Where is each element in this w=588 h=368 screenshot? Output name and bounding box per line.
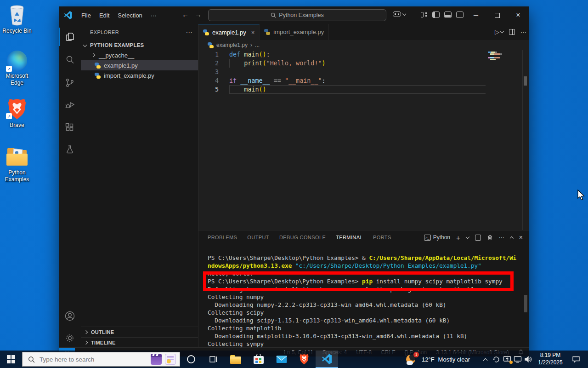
tab-example1[interactable]: example1.py × bbox=[198, 24, 260, 40]
timeline-section[interactable]: TIMELINE bbox=[81, 337, 198, 347]
terminal-lines[interactable]: PS C:\Users\Sharpe\Desktop\Python Exampl… bbox=[208, 254, 525, 348]
brave-taskbar-icon[interactable] bbox=[298, 353, 311, 366]
panel-more-actions[interactable]: ··· bbox=[499, 234, 504, 241]
file-explorer-icon[interactable] bbox=[229, 353, 242, 366]
new-terminal-button[interactable]: + bbox=[456, 234, 460, 242]
toggle-panel-button[interactable] bbox=[444, 12, 452, 18]
chevron-down-icon bbox=[500, 29, 504, 33]
panel-tab-debug-console[interactable]: DEBUG CONSOLE bbox=[279, 235, 326, 240]
explorer-sidebar: EXPLORER ··· PYTHON EXAMPLES __pycache__… bbox=[81, 24, 198, 347]
menu-more[interactable]: ··· bbox=[147, 12, 161, 19]
tree-item-example1[interactable]: example1.py bbox=[81, 60, 198, 70]
taskbar: 1 12°F Mostly clear 8:19 PM 1/22/2025 bbox=[0, 351, 588, 368]
terminal-line: Collecting sympy bbox=[208, 340, 525, 348]
chevron-right-icon bbox=[84, 330, 88, 334]
activity-bar bbox=[59, 24, 81, 347]
desktop-icon-brave[interactable]: ↗ Brave bbox=[0, 98, 34, 129]
terminal-line: Collecting numpy bbox=[208, 293, 525, 301]
highlight-rectangle bbox=[203, 271, 514, 291]
source-control-activity-icon[interactable] bbox=[59, 74, 81, 92]
code-line: 4if __name__ == "__main__": bbox=[198, 76, 522, 85]
maximize-panel-icon[interactable] bbox=[510, 236, 514, 240]
task-view-icon[interactable] bbox=[207, 353, 220, 366]
tree-item-import-example[interactable]: import_example.py bbox=[81, 70, 198, 80]
search-activity-icon[interactable] bbox=[59, 51, 81, 69]
taskbar-search[interactable] bbox=[22, 352, 180, 367]
split-editor-icon[interactable] bbox=[509, 29, 515, 35]
microsoft-store-icon[interactable] bbox=[252, 353, 265, 366]
command-center-search[interactable]: Python Examples bbox=[208, 9, 386, 21]
testing-activity-icon[interactable] bbox=[59, 140, 81, 159]
vscode-logo-icon bbox=[63, 11, 73, 20]
settings-gear-icon[interactable] bbox=[59, 329, 81, 347]
volume-icon[interactable] bbox=[522, 353, 535, 366]
start-button[interactable] bbox=[5, 353, 17, 366]
explorer-activity-icon[interactable] bbox=[59, 28, 81, 46]
mouse-cursor bbox=[577, 190, 585, 201]
action-center-icon[interactable] bbox=[570, 353, 582, 366]
terminal-shell-selector[interactable]: >_ Python bbox=[424, 234, 450, 241]
editor-tab-bar: example1.py × import_example.py ▷ ··· bbox=[198, 24, 529, 40]
minimize-button[interactable]: ─ bbox=[465, 6, 486, 24]
menu-edit[interactable]: Edit bbox=[95, 12, 113, 19]
run-debug-activity-icon[interactable] bbox=[59, 96, 81, 114]
desktop-icon-recycle-bin[interactable]: Recycle Bin bbox=[0, 5, 34, 34]
outline-section[interactable]: OUTLINE bbox=[81, 327, 198, 337]
vscode-taskbar-icon-active[interactable] bbox=[316, 351, 338, 368]
extensions-activity-icon[interactable] bbox=[59, 118, 81, 137]
python-file-icon bbox=[95, 63, 101, 69]
code-lines[interactable]: 1def main():2 print("Hello, world!")34if… bbox=[198, 50, 522, 230]
terminal-scrollbar-handle[interactable] bbox=[524, 295, 527, 312]
menu-selection[interactable]: Selection bbox=[113, 12, 146, 19]
breadcrumb[interactable]: example1.py › ... bbox=[198, 40, 529, 50]
copilot-icon bbox=[393, 11, 401, 17]
vscode-logo-icon bbox=[321, 353, 333, 365]
split-terminal-icon[interactable] bbox=[475, 235, 481, 241]
nav-back-button[interactable]: ← bbox=[182, 11, 189, 18]
desktop-icon-label: Recycle Bin bbox=[0, 28, 34, 34]
copilot-button[interactable] bbox=[393, 11, 406, 17]
desktop-icon-python-examples[interactable]: Python Examples bbox=[0, 147, 34, 183]
maximize-button[interactable] bbox=[486, 6, 508, 24]
cortana-icon[interactable] bbox=[185, 353, 198, 366]
python-file-icon bbox=[208, 42, 214, 48]
customize-layout-button[interactable] bbox=[420, 12, 428, 18]
vscode-window: File Edit Selection ··· ← → Python Examp… bbox=[59, 6, 529, 356]
close-button[interactable]: × bbox=[508, 6, 529, 24]
desktop-icon-edge[interactable]: ↗ Microsoft Edge bbox=[0, 51, 34, 86]
explorer-more-button[interactable]: ··· bbox=[186, 29, 192, 35]
weather-text[interactable]: 12°F Mostly clear bbox=[422, 351, 470, 368]
kill-terminal-trash-icon[interactable] bbox=[487, 235, 493, 241]
clock-date: 1/22/2025 bbox=[538, 359, 562, 367]
menu-file[interactable]: File bbox=[77, 12, 95, 19]
tree-root-python-examples[interactable]: PYTHON EXAMPLES bbox=[81, 40, 198, 50]
run-python-button[interactable]: ▷ bbox=[495, 29, 503, 35]
panel-tab-ports[interactable]: PORTS bbox=[373, 235, 391, 240]
tree-item-pycache[interactable]: __pycache__ bbox=[81, 50, 198, 60]
search-input[interactable] bbox=[40, 356, 136, 363]
folder-icon bbox=[6, 147, 28, 167]
mail-icon[interactable] bbox=[275, 353, 288, 366]
terminal-line: ndowsApps/python3.13.exe "c:/Users/Sharp… bbox=[208, 262, 525, 270]
close-panel-icon[interactable]: × bbox=[519, 234, 523, 241]
panel-tab-terminal[interactable]: TERMINAL bbox=[336, 230, 363, 244]
tab-close-icon[interactable]: × bbox=[251, 29, 255, 36]
chevron-down-icon bbox=[402, 12, 406, 15]
panel-tab-output[interactable]: OUTPUT bbox=[247, 235, 269, 240]
terminal-dropdown-icon[interactable] bbox=[466, 235, 469, 238]
weather-icon[interactable]: 1 bbox=[405, 353, 418, 366]
brave-icon: ↗ bbox=[7, 98, 27, 120]
toggle-primary-sidebar-button[interactable] bbox=[432, 12, 440, 18]
edge-icon: ↗ bbox=[7, 51, 27, 71]
minimap[interactable] bbox=[488, 52, 503, 60]
tab-import-example[interactable]: import_example.py bbox=[260, 24, 329, 40]
nav-forward-button[interactable]: → bbox=[195, 11, 202, 18]
desktop: Recycle Bin ↗ Microsoft Edge ↗ Brave bbox=[0, 0, 588, 368]
account-icon[interactable] bbox=[59, 307, 81, 325]
search-highlight-clapper-icon bbox=[151, 354, 162, 365]
editor-scrollbar-handle[interactable] bbox=[524, 76, 527, 86]
panel-tab-problems[interactable]: PROBLEMS bbox=[208, 235, 237, 240]
clock[interactable]: 8:19 PM 1/22/2025 bbox=[534, 351, 567, 368]
editor-more-actions[interactable]: ··· bbox=[520, 29, 526, 35]
toggle-secondary-sidebar-button[interactable] bbox=[456, 12, 464, 18]
